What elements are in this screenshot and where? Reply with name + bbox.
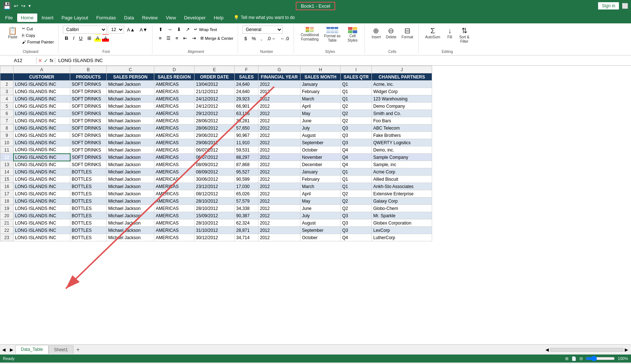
cell-d17[interactable]: AMERICAS	[154, 190, 194, 198]
cell-a21[interactable]: LONG ISLANDS INC	[14, 219, 70, 227]
cell-c22[interactable]: Michael Jackson	[107, 227, 154, 234]
cell-d13[interactable]: AMERICAS	[154, 161, 194, 168]
add-sheet-button[interactable]: +	[73, 345, 83, 355]
horizontal-scroll-right[interactable]: ▶	[625, 347, 628, 352]
cell-b9[interactable]: SOFT DRINKS	[70, 132, 107, 139]
cell-g8[interactable]: 2012	[258, 124, 301, 132]
cell-b15[interactable]: BOTTLES	[70, 176, 107, 183]
header-cell-i[interactable]: SALES QTR	[341, 73, 372, 81]
cell-c15[interactable]: Michael Jackson	[107, 176, 154, 183]
align-top-button[interactable]: ⬆	[157, 26, 165, 33]
cell-b17[interactable]: BOTTLES	[70, 190, 107, 198]
bold-button[interactable]: B	[63, 34, 70, 42]
delete-cells-button[interactable]: ⊖ Delete	[383, 26, 398, 41]
cell-i6[interactable]: Q2	[341, 110, 372, 117]
cell-e15[interactable]: 30/06/2012	[194, 176, 235, 183]
cell-i3[interactable]: Q1	[341, 88, 372, 95]
cell-h17[interactable]: April	[301, 190, 341, 198]
cell-b20[interactable]: BOTTLES	[70, 212, 107, 219]
copy-button[interactable]: ⎘ Copy	[20, 32, 56, 38]
cell-j16[interactable]: Ankh-Sto Associates	[372, 183, 432, 190]
cell-i11[interactable]: Q4	[341, 146, 372, 154]
sheet-tab-sheet1[interactable]: Sheet1	[49, 345, 73, 354]
cell-h14[interactable]: January	[301, 168, 341, 176]
cell-c20[interactable]: Michael Jackson	[107, 212, 154, 219]
cell-f22[interactable]: 28,871	[235, 227, 258, 234]
cell-a18[interactable]: LONG ISLANDS INC	[14, 198, 70, 205]
cell-e11[interactable]: 06/07/2012	[194, 146, 235, 154]
cell-e18[interactable]: 28/10/2012	[194, 198, 235, 205]
cell-a13[interactable]: LONG ISLANDS INC	[14, 161, 70, 168]
header-cell-f[interactable]: SALES	[235, 73, 258, 81]
cell-b11[interactable]: SOFT DRINKS	[70, 146, 107, 154]
cell-f11[interactable]: 59,531	[235, 146, 258, 154]
align-right-button[interactable]: ≡	[174, 34, 180, 42]
percent-button[interactable]: %	[250, 35, 258, 42]
sum-button[interactable]: Σ AutoSum	[423, 26, 442, 41]
cell-c14[interactable]: Michael Jackson	[107, 168, 154, 176]
col-header-a[interactable]: A	[14, 66, 70, 73]
cell-g20[interactable]: 2012	[258, 212, 301, 219]
cell-i9[interactable]: Q3	[341, 132, 372, 139]
cell-c4[interactable]: Michael Jackson	[107, 95, 154, 103]
header-cell-b[interactable]: PRODUCTS	[70, 73, 107, 81]
cell-j4[interactable]: 123 Warehousing	[372, 95, 432, 103]
cell-d18[interactable]: AMERICAS	[154, 198, 194, 205]
cell-j12[interactable]: Sample Company	[372, 154, 432, 161]
cell-e19[interactable]: 28/10/2012	[194, 205, 235, 212]
align-middle-button[interactable]: ↔	[166, 26, 174, 33]
cell-h21[interactable]: August	[301, 219, 341, 227]
cell-g4[interactable]: 2012	[258, 95, 301, 103]
cell-b3[interactable]: SOFT DRINKS	[70, 88, 107, 95]
cell-i8[interactable]: Q3	[341, 124, 372, 132]
cell-c5[interactable]: Michael Jackson	[107, 103, 154, 110]
cell-g7[interactable]: 2012	[258, 117, 301, 124]
col-header-b[interactable]: B	[70, 66, 107, 73]
menu-item-developer[interactable]: Developer	[180, 14, 209, 22]
fill-color-button[interactable]: A	[94, 34, 101, 42]
wrap-text-button[interactable]: ↵ Wrap Text	[193, 26, 218, 32]
paste-button[interactable]: 📋 Paste	[6, 26, 20, 41]
cell-f10[interactable]: 11,910	[235, 139, 258, 146]
cell-b4[interactable]: SOFT DRINKS	[70, 95, 107, 103]
cell-a23[interactable]: LONG ISLANDS INC	[14, 234, 70, 241]
cell-a16[interactable]: LONG ISLANDS INC	[14, 183, 70, 190]
cell-i20[interactable]: Q3	[341, 212, 372, 219]
cell-b19[interactable]: BOTTLES	[70, 205, 107, 212]
cell-c8[interactable]: Michael Jackson	[107, 124, 154, 132]
cell-g9[interactable]: 2012	[258, 132, 301, 139]
cell-a14[interactable]: LONG ISLANDS INC	[14, 168, 70, 176]
cell-f13[interactable]: 87,868	[235, 161, 258, 168]
cell-f7[interactable]: 38,281	[235, 117, 258, 124]
view-page-break-icon[interactable]: ⊟	[579, 356, 583, 361]
cell-i5[interactable]: Q2	[341, 103, 372, 110]
name-box[interactable]: A12	[0, 57, 37, 64]
orientation-button[interactable]: ↗	[184, 26, 192, 33]
cell-d14[interactable]: AMERICAS	[154, 168, 194, 176]
cell-g18[interactable]: 2012	[258, 198, 301, 205]
col-header-f[interactable]: F	[235, 66, 258, 73]
cell-d9[interactable]: AMERICAS	[154, 132, 194, 139]
undo-icon[interactable]: ↩	[14, 3, 18, 9]
cell-h2[interactable]: January	[301, 81, 341, 88]
cell-c12[interactable]: Michael Jackson	[107, 154, 154, 161]
cell-g11[interactable]: 2012	[258, 146, 301, 154]
decrease-indent-button[interactable]: ⇤	[181, 34, 189, 42]
align-bottom-button[interactable]: ⬇	[175, 26, 183, 33]
header-cell-e[interactable]: ORDER DATE	[194, 73, 235, 81]
cell-g12[interactable]: 2012	[258, 154, 301, 161]
col-header-e[interactable]: E	[194, 66, 235, 73]
format-cells-button[interactable]: ⊟ Format	[399, 26, 415, 41]
cell-j20[interactable]: Mr. Sparkle	[372, 212, 432, 219]
cell-h23[interactable]: October	[301, 234, 341, 241]
cell-e12[interactable]: 06/07/2012	[194, 154, 235, 161]
cell-i12[interactable]: Q4	[341, 154, 372, 161]
cell-g13[interactable]: 2012	[258, 161, 301, 168]
cell-i2[interactable]: Q1	[341, 81, 372, 88]
cell-e3[interactable]: 21/12/2012	[194, 88, 235, 95]
merge-center-button[interactable]: ⊞ Merge & Center	[199, 35, 235, 41]
cell-e2[interactable]: 13/04/2012	[194, 81, 235, 88]
cell-a19[interactable]: LONG ISLANDS INC	[14, 205, 70, 212]
underline-button[interactable]: U	[77, 34, 84, 42]
cell-d22[interactable]: AMERICAS	[154, 227, 194, 234]
